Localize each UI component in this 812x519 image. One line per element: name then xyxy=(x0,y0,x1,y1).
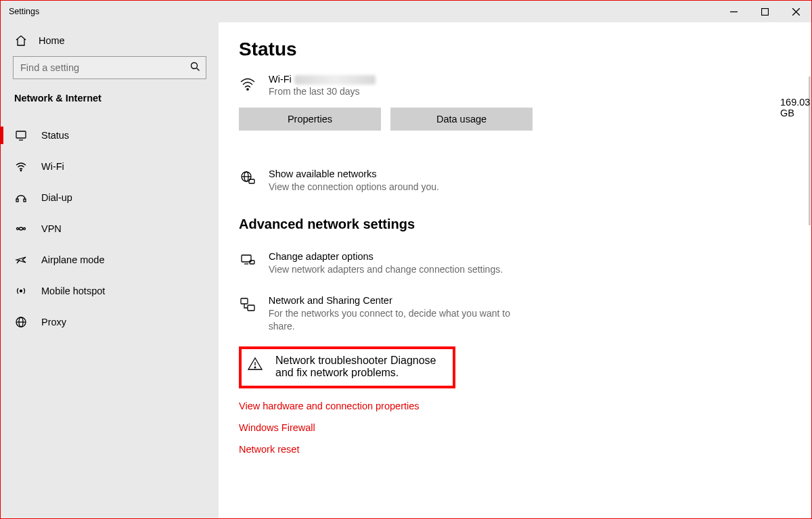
nav: Status Wi-Fi Dial-up xyxy=(1,120,219,338)
sidebar-item-dialup[interactable]: Dial-up xyxy=(1,182,219,213)
search-icon xyxy=(190,62,200,74)
svg-point-14 xyxy=(20,290,22,292)
option-title: Network troubleshooter xyxy=(275,355,387,366)
svg-point-11 xyxy=(17,228,19,230)
search-box[interactable] xyxy=(13,56,206,79)
svg-point-8 xyxy=(20,170,22,171)
svg-point-12 xyxy=(24,228,26,230)
link-network-reset[interactable]: Network reset xyxy=(239,444,811,455)
option-title: Network and Sharing Center xyxy=(269,295,537,306)
wifi-data-amount: 169.03 GB xyxy=(780,97,811,118)
svg-rect-9 xyxy=(16,199,18,202)
minimize-button[interactable] xyxy=(718,1,749,22)
svg-rect-10 xyxy=(24,199,26,202)
svg-rect-27 xyxy=(248,305,254,311)
section-title: Network & Internet xyxy=(1,93,219,110)
hotspot-icon xyxy=(14,285,28,297)
adapter-icon xyxy=(239,252,256,269)
network-troubleshooter[interactable]: Network troubleshooter Diagnose and fix … xyxy=(239,346,455,388)
wifi-ssid-redacted xyxy=(294,75,376,85)
link-hardware-properties[interactable]: View hardware and connection properties xyxy=(239,401,811,411)
wifi-icon xyxy=(14,160,28,173)
svg-point-29 xyxy=(254,367,256,368)
wifi-status-block: Wi-Fi From the last 30 days xyxy=(239,74,811,97)
properties-button[interactable]: Properties xyxy=(239,108,381,131)
svg-point-18 xyxy=(247,89,248,90)
sidebar-item-label: Proxy xyxy=(41,317,66,328)
svg-point-4 xyxy=(191,62,198,68)
airplane-icon xyxy=(14,254,28,266)
home-label: Home xyxy=(39,35,65,46)
option-sub: View network adapters and change connect… xyxy=(269,263,503,276)
option-title: Change adapter options xyxy=(269,251,503,262)
change-adapter-options[interactable]: Change adapter options View network adap… xyxy=(239,251,537,276)
warning-triangle-icon xyxy=(247,356,263,372)
advanced-header: Advanced network settings xyxy=(239,217,811,232)
sidebar-item-label: Status xyxy=(41,130,69,141)
sidebar-item-hotspot[interactable]: Mobile hotspot xyxy=(1,275,219,307)
sidebar-item-label: VPN xyxy=(41,223,62,234)
link-windows-firewall[interactable]: Windows Firewall xyxy=(239,422,811,433)
home-icon xyxy=(14,35,28,47)
settings-window: Settings Home Network xyxy=(0,0,812,519)
globe-network-icon xyxy=(239,170,256,186)
sidebar-item-label: Airplane mode xyxy=(41,254,105,265)
sidebar-item-wifi[interactable]: Wi-Fi xyxy=(1,151,219,182)
sidebar-item-proxy[interactable]: Proxy xyxy=(1,307,219,338)
option-title: Show available networks xyxy=(269,168,439,179)
sharing-icon xyxy=(239,296,256,313)
page-title: Status xyxy=(239,39,811,60)
wifi-signal-icon xyxy=(239,75,256,95)
vpn-icon xyxy=(14,223,28,235)
home-link[interactable]: Home xyxy=(1,35,219,56)
wifi-subtitle: From the last 30 days xyxy=(269,86,376,97)
sidebar-item-airplane[interactable]: Airplane mode xyxy=(1,244,219,275)
sidebar-item-status[interactable]: Status xyxy=(1,120,219,151)
sidebar-item-label: Dial-up xyxy=(41,192,72,203)
wifi-name: Wi-Fi xyxy=(269,74,376,85)
titlebar: Settings xyxy=(1,1,811,22)
proxy-icon xyxy=(14,316,28,328)
maximize-button[interactable] xyxy=(749,1,780,22)
option-sub: For the networks you connect to, decide … xyxy=(269,307,537,333)
svg-rect-6 xyxy=(16,131,26,138)
svg-rect-1 xyxy=(761,8,768,15)
search-input[interactable] xyxy=(20,62,190,73)
close-button[interactable] xyxy=(780,1,811,22)
sidebar-item-label: Wi-Fi xyxy=(41,161,64,172)
sidebar-item-label: Mobile hotspot xyxy=(41,286,105,296)
dialup-icon xyxy=(14,191,28,204)
network-sharing-center[interactable]: Network and Sharing Center For the netwo… xyxy=(239,295,537,333)
svg-line-5 xyxy=(197,68,200,70)
sidebar: Home Network & Internet Status xyxy=(1,22,219,518)
sidebar-item-vpn[interactable]: VPN xyxy=(1,213,219,244)
window-title: Settings xyxy=(9,7,39,16)
show-available-networks[interactable]: Show available networks View the connect… xyxy=(239,168,537,194)
option-sub: View the connection options around you. xyxy=(269,181,439,194)
svg-rect-26 xyxy=(241,298,248,304)
data-usage-button[interactable]: Data usage xyxy=(390,108,533,131)
status-icon xyxy=(14,129,28,141)
main-content: Status Wi-Fi From the last 30 days 169.0… xyxy=(219,22,811,518)
